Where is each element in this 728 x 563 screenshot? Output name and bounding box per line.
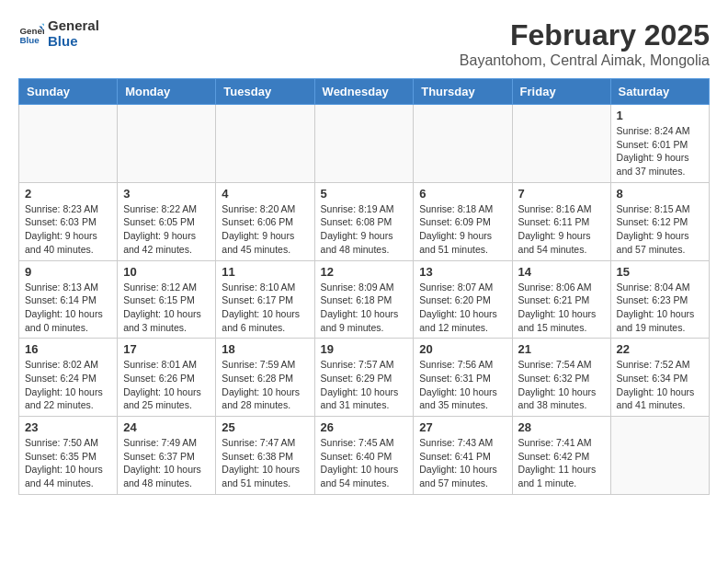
day-info: Sunrise: 7:45 AM Sunset: 6:40 PM Dayligh… — [321, 436, 408, 490]
day-number: 27 — [419, 420, 506, 434]
day-info: Sunrise: 8:01 AM Sunset: 6:26 PM Dayligh… — [123, 358, 210, 412]
day-number: 26 — [321, 420, 408, 434]
calendar-cell: 3Sunrise: 8:22 AM Sunset: 6:05 PM Daylig… — [118, 182, 216, 260]
calendar-cell: 7Sunrise: 8:16 AM Sunset: 6:11 PM Daylig… — [512, 182, 610, 260]
calendar-header-saturday: Saturday — [610, 79, 709, 105]
day-info: Sunrise: 8:09 AM Sunset: 6:18 PM Dayligh… — [321, 281, 408, 335]
calendar-cell — [118, 105, 216, 183]
day-info: Sunrise: 7:50 AM Sunset: 6:35 PM Dayligh… — [25, 436, 111, 490]
calendar-cell: 28Sunrise: 7:41 AM Sunset: 6:42 PM Dayli… — [512, 417, 610, 495]
calendar-cell: 10Sunrise: 8:12 AM Sunset: 6:15 PM Dayli… — [118, 260, 216, 339]
calendar-cell — [512, 105, 610, 183]
day-info: Sunrise: 8:23 AM Sunset: 6:03 PM Dayligh… — [25, 202, 111, 257]
day-info: Sunrise: 8:24 AM Sunset: 6:01 PM Dayligh… — [617, 124, 703, 178]
logo-blue: Blue — [48, 34, 99, 50]
day-info: Sunrise: 8:04 AM Sunset: 6:23 PM Dayligh… — [617, 281, 703, 335]
logo-icon: General Blue — [18, 21, 44, 47]
day-info: Sunrise: 8:06 AM Sunset: 6:21 PM Dayligh… — [518, 281, 605, 335]
calendar-cell: 18Sunrise: 7:59 AM Sunset: 6:28 PM Dayli… — [216, 339, 314, 417]
calendar-cell: 13Sunrise: 8:07 AM Sunset: 6:20 PM Dayli… — [414, 260, 512, 339]
calendar-cell: 14Sunrise: 8:06 AM Sunset: 6:21 PM Dayli… — [512, 260, 610, 339]
calendar-cell: 4Sunrise: 8:20 AM Sunset: 6:06 PM Daylig… — [216, 182, 314, 260]
logo: General Blue General Blue — [18, 18, 99, 49]
calendar-week-2: 9Sunrise: 8:13 AM Sunset: 6:14 PM Daylig… — [19, 260, 710, 339]
svg-text:Blue: Blue — [19, 34, 40, 44]
day-info: Sunrise: 7:41 AM Sunset: 6:42 PM Dayligh… — [518, 436, 605, 490]
day-number: 13 — [419, 265, 506, 279]
calendar-cell: 11Sunrise: 8:10 AM Sunset: 6:17 PM Dayli… — [216, 260, 314, 339]
calendar-cell: 20Sunrise: 7:56 AM Sunset: 6:31 PM Dayli… — [414, 339, 512, 417]
logo-general: General — [48, 18, 99, 34]
title-section: February 2025 Bayantohom, Central Aimak,… — [460, 18, 710, 69]
day-number: 5 — [321, 187, 408, 201]
day-number: 17 — [123, 342, 210, 356]
calendar-cell: 17Sunrise: 8:01 AM Sunset: 6:26 PM Dayli… — [118, 339, 216, 417]
day-info: Sunrise: 8:02 AM Sunset: 6:24 PM Dayligh… — [25, 358, 111, 412]
calendar-header-tuesday: Tuesday — [216, 79, 314, 105]
day-number: 7 — [518, 187, 605, 201]
calendar-header-thursday: Thursday — [414, 79, 512, 105]
day-number: 22 — [617, 342, 703, 356]
day-info: Sunrise: 8:20 AM Sunset: 6:06 PM Dayligh… — [222, 202, 308, 257]
calendar-cell: 15Sunrise: 8:04 AM Sunset: 6:23 PM Dayli… — [610, 260, 709, 339]
day-info: Sunrise: 7:59 AM Sunset: 6:28 PM Dayligh… — [222, 358, 308, 412]
day-number: 21 — [518, 342, 605, 356]
day-info: Sunrise: 8:19 AM Sunset: 6:08 PM Dayligh… — [321, 202, 408, 257]
day-info: Sunrise: 8:22 AM Sunset: 6:05 PM Dayligh… — [123, 202, 210, 257]
day-number: 9 — [25, 265, 111, 279]
calendar-cell — [414, 105, 512, 183]
day-number: 12 — [321, 265, 408, 279]
calendar-cell: 5Sunrise: 8:19 AM Sunset: 6:08 PM Daylig… — [314, 182, 414, 260]
calendar-cell — [216, 105, 314, 183]
calendar-cell: 8Sunrise: 8:15 AM Sunset: 6:12 PM Daylig… — [610, 182, 709, 260]
calendar-cell: 2Sunrise: 8:23 AM Sunset: 6:03 PM Daylig… — [19, 182, 118, 260]
day-number: 14 — [518, 265, 605, 279]
calendar-cell: 25Sunrise: 7:47 AM Sunset: 6:38 PM Dayli… — [216, 417, 314, 495]
calendar-cell: 23Sunrise: 7:50 AM Sunset: 6:35 PM Dayli… — [19, 417, 118, 495]
calendar-cell — [19, 105, 118, 183]
day-number: 16 — [25, 342, 111, 356]
day-info: Sunrise: 7:56 AM Sunset: 6:31 PM Dayligh… — [419, 358, 506, 412]
day-number: 10 — [123, 265, 210, 279]
day-info: Sunrise: 8:15 AM Sunset: 6:12 PM Dayligh… — [617, 202, 703, 257]
calendar-week-0: 1Sunrise: 8:24 AM Sunset: 6:01 PM Daylig… — [19, 105, 710, 183]
calendar-cell: 27Sunrise: 7:43 AM Sunset: 6:41 PM Dayli… — [414, 417, 512, 495]
day-number: 25 — [222, 420, 308, 434]
calendar-cell: 6Sunrise: 8:18 AM Sunset: 6:09 PM Daylig… — [414, 182, 512, 260]
day-info: Sunrise: 7:43 AM Sunset: 6:41 PM Dayligh… — [419, 436, 506, 490]
day-info: Sunrise: 8:13 AM Sunset: 6:14 PM Dayligh… — [25, 281, 111, 335]
day-number: 1 — [617, 109, 703, 122]
day-number: 8 — [617, 187, 703, 201]
calendar-cell: 24Sunrise: 7:49 AM Sunset: 6:37 PM Dayli… — [118, 417, 216, 495]
day-number: 6 — [419, 187, 506, 201]
day-number: 24 — [123, 420, 210, 434]
calendar-cell: 16Sunrise: 8:02 AM Sunset: 6:24 PM Dayli… — [19, 339, 118, 417]
day-info: Sunrise: 8:18 AM Sunset: 6:09 PM Dayligh… — [419, 202, 506, 257]
calendar-cell: 12Sunrise: 8:09 AM Sunset: 6:18 PM Dayli… — [314, 260, 414, 339]
day-info: Sunrise: 8:12 AM Sunset: 6:15 PM Dayligh… — [123, 281, 210, 335]
day-number: 23 — [25, 420, 111, 434]
day-info: Sunrise: 8:16 AM Sunset: 6:11 PM Dayligh… — [518, 202, 605, 257]
day-info: Sunrise: 7:49 AM Sunset: 6:37 PM Dayligh… — [123, 436, 210, 490]
calendar-header-wednesday: Wednesday — [314, 79, 414, 105]
calendar-subtitle: Bayantohom, Central Aimak, Mongolia — [460, 52, 710, 69]
calendar-cell: 9Sunrise: 8:13 AM Sunset: 6:14 PM Daylig… — [19, 260, 118, 339]
calendar-cell: 22Sunrise: 7:52 AM Sunset: 6:34 PM Dayli… — [610, 339, 709, 417]
day-number: 11 — [222, 265, 308, 279]
day-number: 28 — [518, 420, 605, 434]
day-info: Sunrise: 7:47 AM Sunset: 6:38 PM Dayligh… — [222, 436, 308, 490]
day-number: 18 — [222, 342, 308, 356]
day-number: 15 — [617, 265, 703, 279]
day-number: 3 — [123, 187, 210, 201]
calendar-table: SundayMondayTuesdayWednesdayThursdayFrid… — [18, 78, 710, 495]
calendar-cell: 19Sunrise: 7:57 AM Sunset: 6:29 PM Dayli… — [314, 339, 414, 417]
calendar-title: February 2025 — [460, 18, 710, 52]
calendar-header-sunday: Sunday — [19, 79, 118, 105]
calendar-cell: 26Sunrise: 7:45 AM Sunset: 6:40 PM Dayli… — [314, 417, 414, 495]
calendar-cell: 1Sunrise: 8:24 AM Sunset: 6:01 PM Daylig… — [610, 105, 709, 183]
calendar-cell — [314, 105, 414, 183]
day-info: Sunrise: 7:54 AM Sunset: 6:32 PM Dayligh… — [518, 358, 605, 412]
day-info: Sunrise: 7:52 AM Sunset: 6:34 PM Dayligh… — [617, 358, 703, 412]
calendar-header-friday: Friday — [512, 79, 610, 105]
calendar-week-1: 2Sunrise: 8:23 AM Sunset: 6:03 PM Daylig… — [19, 182, 710, 260]
